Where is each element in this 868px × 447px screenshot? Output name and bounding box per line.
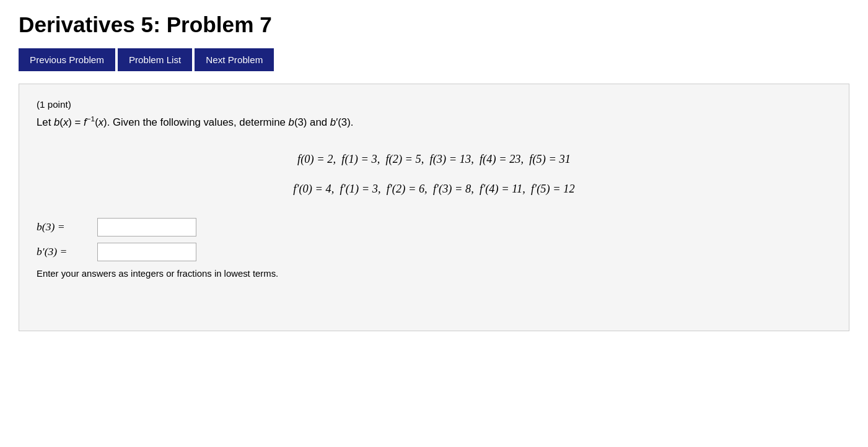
points-label: (1 point) — [37, 99, 831, 110]
answer-section: b(3) = b′(3) = — [37, 218, 831, 261]
b3-row: b(3) = — [37, 218, 831, 237]
b3-label: b(3) = — [37, 220, 92, 233]
next-problem-button[interactable]: Next Problem — [195, 48, 274, 71]
bprime3-label: b′(3) = — [37, 245, 92, 258]
b3-input[interactable] — [97, 218, 196, 237]
bprime3-input[interactable] — [97, 243, 196, 261]
problem-list-button[interactable]: Problem List — [118, 48, 192, 71]
problem-box: (1 point) Let b(x) = f−1(x). Given the f… — [19, 84, 849, 331]
prev-problem-button[interactable]: Previous Problem — [19, 48, 115, 71]
math-values-line1: f(0) = 2, f(1) = 3, f(2) = 5, f(3) = 13,… — [37, 149, 831, 170]
page-title: Derivatives 5: Problem 7 — [19, 12, 849, 37]
problem-statement: Let b(x) = f−1(x). Given the following v… — [37, 113, 831, 131]
nav-buttons: Previous Problem Problem List Next Probl… — [19, 48, 849, 71]
hint-text: Enter your answers as integers or fracti… — [37, 269, 831, 279]
math-values-line2: f′(0) = 4, f′(1) = 3, f′(2) = 6, f′(3) =… — [37, 179, 831, 199]
bprime3-row: b′(3) = — [37, 243, 831, 261]
